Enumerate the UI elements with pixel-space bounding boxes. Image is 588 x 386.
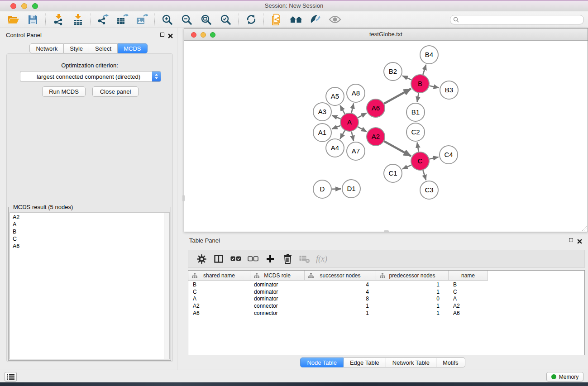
- graph-node-A8[interactable]: A8: [347, 84, 365, 102]
- graph-edge-B-B2[interactable]: [402, 76, 411, 80]
- zoom-fit-button[interactable]: [196, 12, 216, 27]
- graph-node-A2[interactable]: A2: [367, 128, 385, 146]
- tab-motifs[interactable]: Motifs: [436, 357, 465, 367]
- network-from-file-button[interactable]: [267, 12, 286, 27]
- graph-edge-C-C3[interactable]: [423, 170, 426, 180]
- graph-edge-C-C2[interactable]: [417, 143, 419, 152]
- import-table-button[interactable]: [68, 12, 87, 27]
- graph-node-B[interactable]: B: [411, 75, 429, 93]
- graph-node-C3[interactable]: C3: [420, 181, 438, 199]
- table-row[interactable]: A2connector11A2: [188, 303, 584, 310]
- mcds-list-item[interactable]: C: [13, 235, 169, 243]
- function-builder-button[interactable]: f(x): [316, 254, 327, 264]
- show-columns-button[interactable]: [210, 252, 227, 266]
- tab-network[interactable]: Network: [29, 43, 64, 53]
- graph-node-B2[interactable]: B2: [384, 62, 402, 81]
- graph-edge-B-B1[interactable]: [417, 93, 419, 102]
- table-row[interactable]: A6connector11A6: [188, 310, 584, 317]
- graph-node-C4[interactable]: C4: [440, 146, 458, 164]
- task-history-button[interactable]: [5, 372, 17, 381]
- graph-edge-B-B4[interactable]: [423, 65, 426, 75]
- graph-node-B4[interactable]: B4: [420, 46, 438, 64]
- float-panel-icon[interactable]: [160, 33, 164, 37]
- save-session-button[interactable]: [23, 12, 43, 27]
- zoom-in-button[interactable]: [158, 12, 177, 27]
- graph-edge-C-C4[interactable]: [430, 157, 439, 159]
- graph-edge-A-A1[interactable]: [332, 126, 341, 129]
- open-session-button[interactable]: [4, 12, 23, 27]
- zoom-network-window-button[interactable]: [210, 32, 215, 38]
- minimize-window-button[interactable]: [21, 3, 27, 9]
- search-field[interactable]: [450, 15, 584, 24]
- graph-edge-A-A8[interactable]: [352, 104, 354, 113]
- import-network-button[interactable]: [48, 12, 68, 27]
- graph-node-A5[interactable]: A5: [326, 87, 344, 105]
- column-header-shared-name[interactable]: shared name: [188, 271, 250, 280]
- mcds-list-item[interactable]: A: [13, 221, 169, 228]
- graph-node-C[interactable]: C: [411, 152, 429, 170]
- graph-node-B1[interactable]: B1: [406, 103, 425, 121]
- criterion-select[interactable]: largest connected component (directed): [20, 71, 161, 82]
- float-table-panel-icon[interactable]: [569, 238, 573, 242]
- show-graphics-button[interactable]: [325, 12, 344, 27]
- hide-graphics-button[interactable]: [306, 12, 325, 27]
- close-network-window-button[interactable]: [191, 32, 196, 38]
- run-mcds-button[interactable]: Run MCDS: [42, 86, 86, 97]
- horizontal-splitter-handle[interactable]: [384, 230, 389, 233]
- column-header-mcds-role[interactable]: MCDS role: [250, 271, 305, 280]
- graph-edge-A-A5[interactable]: [340, 105, 344, 114]
- tab-select[interactable]: Select: [89, 43, 118, 53]
- table-row[interactable]: Cdominator41C: [188, 289, 584, 296]
- graph-node-A4[interactable]: A4: [326, 139, 344, 157]
- deselect-all-columns-button[interactable]: [244, 252, 262, 266]
- graph-node-C1[interactable]: C1: [384, 164, 402, 182]
- graph-edge-A-A6[interactable]: [358, 113, 367, 118]
- resize-grip-icon[interactable]: [581, 225, 587, 231]
- tab-mcds[interactable]: MCDS: [118, 43, 147, 53]
- close-panel-button[interactable]: Close panel: [92, 86, 139, 97]
- select-all-columns-button[interactable]: [227, 252, 244, 266]
- add-column-button[interactable]: [262, 252, 279, 266]
- network-canvas[interactable]: B4B2BB3A8A5A6A3B1AA1C2A2A4A7C4CC1C3DD1: [184, 41, 588, 232]
- column-header-successor-nodes[interactable]: successor nodes: [305, 271, 376, 280]
- table-settings-button[interactable]: [193, 252, 210, 266]
- close-panel-icon[interactable]: [168, 32, 173, 37]
- network-window-titlebar[interactable]: testGlobe.txt: [184, 29, 588, 41]
- graph-edge-A2-C[interactable]: [384, 141, 411, 156]
- graph-edge-A-A4[interactable]: [340, 130, 344, 139]
- export-table-button[interactable]: [113, 12, 132, 27]
- graph-node-D1[interactable]: D1: [342, 180, 360, 198]
- graph-edge-A-A2[interactable]: [358, 127, 367, 132]
- graph-node-A3[interactable]: A3: [313, 103, 331, 121]
- zoom-out-button[interactable]: [177, 12, 196, 27]
- vertical-splitter-handle[interactable]: [182, 195, 185, 201]
- graph-node-D[interactable]: D: [313, 180, 331, 198]
- network-graph[interactable]: B4B2BB3A8A5A6A3B1AA1C2A2A4A7C4CC1C3DD1: [184, 41, 588, 232]
- graph-edge-B-B3[interactable]: [430, 86, 439, 88]
- graph-edge-A6-B[interactable]: [384, 89, 411, 104]
- delete-column-button[interactable]: [279, 252, 296, 266]
- graph-edge-C-C1[interactable]: [402, 165, 411, 169]
- mcds-list-item[interactable]: A6: [13, 243, 169, 250]
- table-row[interactable]: Bdominator41B: [188, 281, 584, 289]
- graph-node-A1[interactable]: A1: [313, 124, 331, 142]
- mcds-list-item[interactable]: A2: [13, 214, 169, 221]
- close-window-button[interactable]: [10, 3, 16, 9]
- table-row[interactable]: Adominator80A: [188, 295, 584, 303]
- search-input[interactable]: [461, 16, 583, 23]
- column-header-predecessor-nodes[interactable]: predecessor nodes: [376, 271, 449, 280]
- delete-table-button[interactable]: [296, 252, 313, 266]
- export-network-button[interactable]: [93, 12, 113, 27]
- zoom-selected-button[interactable]: [216, 12, 235, 27]
- column-header-name[interactable]: name: [449, 271, 488, 280]
- tab-node-table[interactable]: Node Table: [300, 357, 344, 367]
- graph-node-A6[interactable]: A6: [367, 99, 385, 117]
- graph-node-C2[interactable]: C2: [406, 123, 425, 141]
- mcds-list-scrollbar[interactable]: [164, 213, 169, 359]
- tab-style[interactable]: Style: [64, 43, 89, 53]
- home-button[interactable]: [286, 12, 306, 27]
- graph-edge-A-A3[interactable]: [332, 115, 341, 119]
- graph-node-A[interactable]: A: [340, 113, 359, 131]
- refresh-view-button[interactable]: [241, 12, 261, 27]
- close-table-panel-icon[interactable]: [577, 238, 582, 243]
